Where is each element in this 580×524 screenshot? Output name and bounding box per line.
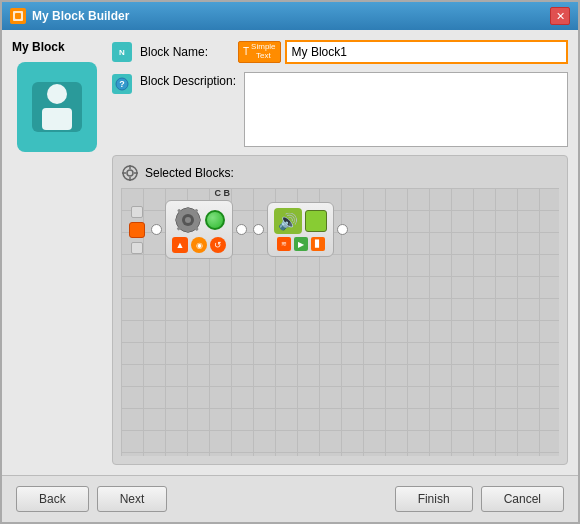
svg-text:?: ? <box>119 79 125 89</box>
svg-rect-19 <box>175 219 180 222</box>
gear-icon-svg <box>174 206 202 234</box>
speaker-icon: 🔊 <box>274 208 302 234</box>
cb-label: C B <box>215 188 231 198</box>
block-avatar <box>32 82 82 132</box>
sound-top-icons: 🔊 <box>274 208 327 234</box>
motor-refresh-icon: ↺ <box>210 237 226 253</box>
block-name-input-row: T SimpleText <box>238 40 568 64</box>
blocks-canvas: C B <box>121 188 559 456</box>
left-connector <box>129 206 145 254</box>
simple-text-badge: T SimpleText <box>238 41 281 63</box>
desc-icon-svg: ? <box>115 77 129 91</box>
motor-block-wrapper: C B <box>151 200 247 259</box>
svg-rect-17 <box>186 207 189 212</box>
port-radio-sound-right <box>337 224 348 235</box>
orange-square-left <box>129 222 145 238</box>
window-title: My Block Builder <box>32 9 129 23</box>
motor-circle-icon: ◉ <box>191 237 207 253</box>
motor-top-icons <box>174 206 225 234</box>
block-name-input[interactable] <box>285 40 568 64</box>
block-desc-label: Block Description: <box>140 74 236 88</box>
cancel-button[interactable]: Cancel <box>481 486 564 512</box>
my-block-label: My Block <box>12 40 65 54</box>
sound-play-icon: ▶ <box>294 237 308 251</box>
next-button[interactable]: Next <box>97 486 168 512</box>
footer-left: Back Next <box>16 486 167 512</box>
right-panel: N Block Name: T SimpleText ? <box>112 40 568 465</box>
main-window: My Block Builder ✕ My Block <box>0 0 580 524</box>
badge-text: SimpleText <box>251 43 275 61</box>
back-button[interactable]: Back <box>16 486 89 512</box>
motor-block-body: C B <box>165 200 233 259</box>
block-name-row: N Block Name: T SimpleText <box>112 40 568 64</box>
sound-block-wrapper: 🔊 ≋ ▶ ▊ <box>253 202 348 257</box>
title-bar: My Block Builder ✕ <box>2 2 578 30</box>
block-name-label: Block Name: <box>140 45 230 59</box>
left-panel: My Block <box>12 40 102 465</box>
blocks-row: C B <box>129 200 348 259</box>
radio-top-left <box>131 206 143 218</box>
block-preview-icon <box>17 62 97 152</box>
content-area: My Block N <box>2 30 578 475</box>
selected-blocks-header: Selected Blocks: <box>121 164 559 182</box>
svg-rect-18 <box>186 228 189 233</box>
sound-bottom-icons: ≋ ▶ ▊ <box>277 237 325 251</box>
svg-point-2 <box>47 84 67 104</box>
person-svg <box>37 82 77 132</box>
title-bar-left: My Block Builder <box>10 8 129 24</box>
sound-block-body: 🔊 ≋ ▶ ▊ <box>267 202 334 257</box>
svg-rect-3 <box>42 108 72 130</box>
close-button[interactable]: ✕ <box>550 7 570 25</box>
svg-point-16 <box>185 217 191 223</box>
port-radio-motor-right <box>236 224 247 235</box>
block-name-icon: N <box>112 42 132 62</box>
svg-rect-20 <box>196 219 201 222</box>
port-radio-sound-left <box>253 224 264 235</box>
port-radio-motor-left <box>151 224 162 235</box>
block-description-input[interactable] <box>244 72 568 147</box>
footer-right: Finish Cancel <box>395 486 564 512</box>
window-icon <box>10 8 26 24</box>
text-icon: T <box>243 45 249 59</box>
motor-bottom-icons: ▲ ◉ ↺ <box>172 237 226 253</box>
svg-point-9 <box>127 170 133 176</box>
motor-green-indicator <box>205 210 225 230</box>
sound-bars-icon: ▊ <box>311 237 325 251</box>
selected-blocks-label: Selected Blocks: <box>145 166 234 180</box>
name-icon-svg: N <box>115 45 129 59</box>
footer: Back Next Finish Cancel <box>2 475 578 522</box>
motor-up-icon: ▲ <box>172 237 188 253</box>
target-icon <box>121 164 139 182</box>
block-description-row: ? Block Description: <box>112 72 568 147</box>
sound-green-rect <box>305 210 327 232</box>
block-desc-icon: ? <box>112 74 132 94</box>
svg-text:N: N <box>119 48 125 57</box>
selected-blocks-section: Selected Blocks: <box>112 155 568 465</box>
sound-wave-icon: ≋ <box>277 237 291 251</box>
svg-rect-1 <box>15 13 21 19</box>
finish-button[interactable]: Finish <box>395 486 473 512</box>
radio-bottom-left <box>131 242 143 254</box>
